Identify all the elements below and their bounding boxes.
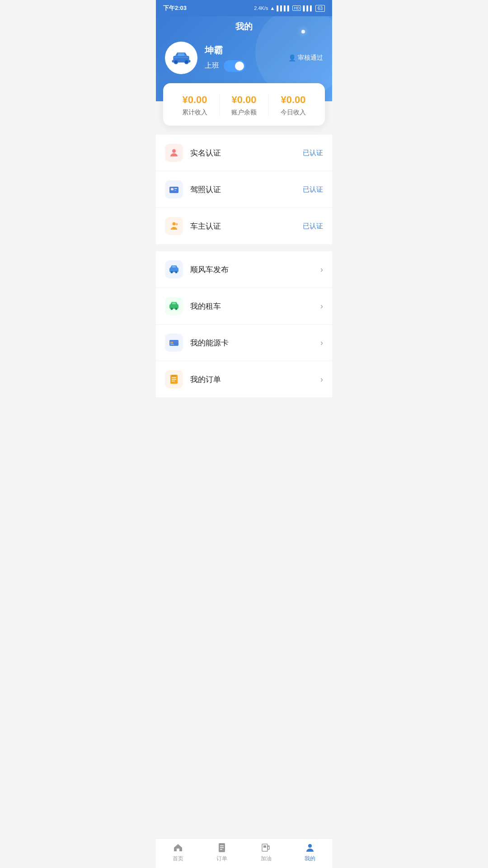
rental-icon-wrap [165, 297, 183, 315]
page-title: 我的 [165, 21, 323, 33]
svg-point-19 [171, 308, 173, 310]
menu-item-energycard[interactable]: 我的能源卡 › [156, 325, 332, 361]
carowner-label: 车主认证 [190, 221, 221, 231]
profile-left: 坤霸 上班 [165, 42, 245, 74]
menu-section-certifications: 实名认证 已认证 驾照认证 已认证 [156, 135, 332, 244]
svg-rect-29 [172, 381, 175, 382]
page-content: 我的 坤霸 [156, 16, 332, 434]
signal2-icon: ▌▌▌ [303, 5, 313, 11]
menu-item-carowner[interactable]: 车主认证 已认证 [156, 208, 332, 244]
carowner-icon-wrap [165, 217, 183, 235]
orders-nav-icon [216, 842, 227, 853]
menu-item-realname-left: 实名认证 [165, 144, 221, 162]
battery-icon: 63 [315, 5, 325, 12]
signal-icon: ▲ [270, 5, 275, 11]
rental-label: 我的租车 [190, 301, 221, 311]
menu-item-license[interactable]: 驾照认证 已认证 [156, 171, 332, 208]
stat-cumulative: ¥0.00 累计收入 [170, 94, 219, 117]
energycard-icon [169, 337, 179, 348]
energycard-icon-wrap [165, 334, 183, 352]
realname-icon [169, 147, 179, 158]
energycard-label: 我的能源卡 [190, 338, 229, 348]
menu-section-services: 顺风车发布 › 我的租车 › [156, 251, 332, 397]
stats-card: ¥0.00 累计收入 ¥0.00 账户余额 ¥0.00 今日收入 [163, 83, 325, 126]
rental-icon [169, 301, 179, 311]
menu-item-rental[interactable]: 我的租车 › [156, 288, 332, 325]
license-status: 已认证 [303, 185, 323, 194]
svg-rect-6 [174, 57, 188, 58]
menu-item-orders-right: › [320, 375, 323, 384]
realname-icon-wrap [165, 144, 183, 162]
menu-item-rental-right: › [320, 302, 323, 311]
svg-point-12 [173, 222, 176, 226]
svg-rect-30 [172, 375, 176, 377]
license-label: 驾照认证 [190, 184, 221, 195]
svg-rect-25 [170, 344, 174, 345]
menu-item-carpool-right: › [320, 265, 323, 274]
svg-rect-28 [172, 379, 176, 380]
svg-rect-10 [174, 188, 177, 189]
menu-item-energycard-left: 我的能源卡 [165, 334, 229, 352]
svg-point-16 [175, 271, 178, 274]
bars-icon: ▌▌▌▌ [277, 5, 291, 11]
nav-item-orders[interactable]: 订单 [208, 842, 235, 863]
svg-point-3 [174, 60, 178, 64]
carowner-icon [169, 221, 179, 231]
stat-balance: ¥0.00 账户余额 [219, 94, 268, 117]
status-bar: 下午2:03 2.4K/s ▲ ▌▌▌▌ HD ▌▌▌ 63 [156, 0, 332, 16]
svg-point-13 [176, 223, 178, 226]
stat-cumulative-label: 累计收入 [170, 108, 219, 117]
bottom-nav: 首页 订单 加油 我的 [156, 838, 332, 868]
realname-status: 已认证 [303, 149, 323, 157]
carpool-chevron: › [320, 265, 323, 274]
menu-item-carpool-left: 顺风车发布 [165, 260, 229, 278]
menu-item-orders[interactable]: 我的订单 › [156, 361, 332, 397]
orders-icon-wrap [165, 370, 183, 388]
orders-chevron: › [320, 375, 323, 384]
menu-item-orders-left: 我的订单 [165, 370, 221, 388]
car-avatar-icon [171, 48, 191, 68]
menu-item-carpool[interactable]: 顺风车发布 › [156, 251, 332, 288]
svg-point-38 [308, 844, 312, 848]
energycard-chevron: › [320, 338, 323, 348]
avatar [165, 42, 197, 74]
svg-rect-27 [172, 377, 176, 378]
verify-badge: 👤 审核通过 [288, 54, 323, 62]
profile-info: 坤霸 上班 [205, 44, 245, 72]
svg-rect-11 [174, 190, 176, 191]
work-status-toggle[interactable] [224, 60, 245, 72]
svg-rect-17 [172, 266, 176, 268]
svg-rect-36 [263, 845, 266, 848]
person-check-icon: 👤 [288, 54, 296, 61]
nav-item-fuel[interactable]: 加油 [253, 842, 280, 863]
menu-item-realname[interactable]: 实名认证 已认证 [156, 135, 332, 171]
work-status-row: 上班 [205, 60, 245, 72]
svg-rect-5 [178, 53, 185, 56]
svg-point-7 [172, 149, 176, 153]
svg-point-4 [184, 60, 188, 64]
fuel-icon [261, 842, 272, 853]
menu-item-carowner-left: 车主认证 [165, 217, 221, 235]
nav-item-home[interactable]: 首页 [164, 842, 192, 863]
realname-label: 实名认证 [190, 148, 221, 158]
nav-label-fuel: 加油 [261, 855, 272, 863]
profile-row: 坤霸 上班 👤 审核通过 [165, 42, 323, 74]
carowner-status: 已认证 [303, 222, 323, 231]
stat-cumulative-value: ¥0.00 [170, 94, 219, 106]
work-status-label: 上班 [205, 61, 219, 71]
menu-item-license-right: 已认证 [303, 185, 323, 194]
stat-today-value: ¥0.00 [269, 94, 318, 106]
rental-chevron: › [320, 302, 323, 311]
svg-rect-33 [220, 847, 224, 848]
orders-icon [169, 374, 179, 385]
profile-nav-icon [305, 842, 315, 853]
stat-balance-value: ¥0.00 [220, 94, 268, 106]
stat-balance-label: 账户余额 [220, 108, 268, 117]
nav-label-orders: 订单 [216, 855, 227, 863]
nav-item-profile[interactable]: 我的 [296, 842, 324, 863]
svg-point-15 [171, 271, 173, 274]
stat-today-label: 今日收入 [269, 108, 318, 117]
menu-item-carowner-right: 已认证 [303, 222, 323, 231]
menu-item-energycard-right: › [320, 338, 323, 348]
verify-label: 审核通过 [298, 54, 323, 62]
